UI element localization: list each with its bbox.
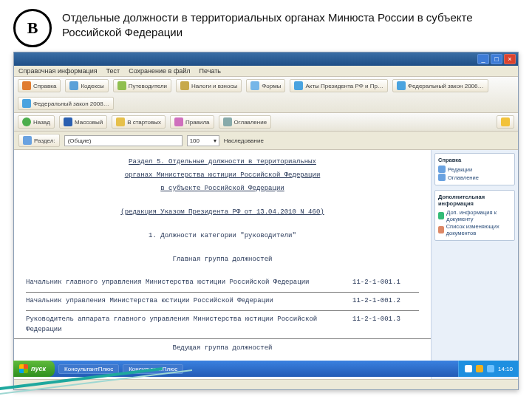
tray-icon[interactable] xyxy=(476,365,483,372)
doc-icon xyxy=(22,99,31,108)
windows-icon xyxy=(19,364,28,373)
doc-row: Начальник управления Министерства юстици… xyxy=(26,296,419,307)
doc-icon xyxy=(294,81,303,90)
doc-row: Руководитель аппарата главного управлени… xyxy=(26,315,419,335)
toc-icon xyxy=(223,117,232,126)
menu-item[interactable]: Печать xyxy=(200,67,221,75)
home-button[interactable]: Раздел: xyxy=(18,134,60,147)
tool-button[interactable]: В стартовых xyxy=(112,115,166,129)
tool-button[interactable]: Массовый xyxy=(59,115,107,129)
toolbar-secondary: Назад Массовый В стартовых Правила Оглав… xyxy=(14,113,518,132)
doc-heading: в субъекте Российской Федерации xyxy=(26,184,419,194)
row-divider xyxy=(26,310,419,311)
doc-heading: органах Министерства юстиции Российской … xyxy=(26,171,419,181)
doc-note: (редакция Указом Президента РФ от 13.04.… xyxy=(26,208,419,218)
codex-icon xyxy=(69,81,78,90)
logo: В xyxy=(13,9,52,47)
doc-group: Главная группа должностей xyxy=(26,255,419,265)
taskbar-item[interactable]: КонсультантПлюс xyxy=(58,364,119,374)
tool-button[interactable]: Правила xyxy=(170,115,214,129)
statusbar xyxy=(14,379,518,389)
tray-icon[interactable] xyxy=(465,365,472,372)
side-link[interactable]: Список изменяющих документов xyxy=(438,223,511,236)
menu-item[interactable]: Сохранение в файл xyxy=(129,67,190,75)
slide-title: Отдельные должности в территориальных ор… xyxy=(62,9,519,41)
list-icon xyxy=(438,226,444,233)
tool-button[interactable]: Путеводители xyxy=(113,79,171,92)
taskbar: пуск КонсультантПлюс КонсультантПлюс 14:… xyxy=(13,361,519,377)
home-icon xyxy=(23,136,32,145)
doc-icon xyxy=(438,166,446,173)
star-icon xyxy=(116,117,125,126)
tool-button[interactable] xyxy=(497,115,514,129)
chevron-down-icon xyxy=(501,117,510,126)
tool-button[interactable]: Оглавление xyxy=(219,115,272,129)
work-area: Раздел 5. Отдельные должности в территор… xyxy=(14,150,518,379)
menu-item[interactable]: Справочная информация xyxy=(18,67,98,75)
back-button[interactable]: Назад xyxy=(18,115,55,129)
side-panel: Справка Редакции Оглавление Дополнительн… xyxy=(431,150,518,379)
arrow-left-icon xyxy=(22,117,31,126)
start-button[interactable]: пуск xyxy=(13,361,55,377)
tool-tab[interactable]: Акты Президента РФ и Пр… xyxy=(290,79,387,92)
zoom-input[interactable]: 100▾ xyxy=(187,135,219,146)
guide-icon xyxy=(117,81,126,90)
tool-tab[interactable]: Федеральный закон 2008… xyxy=(18,97,114,110)
list-icon xyxy=(438,174,446,181)
side-box-title: Дополнительная информация xyxy=(438,194,511,207)
side-box-title: Справка xyxy=(438,157,511,163)
book-icon xyxy=(22,81,31,90)
tool-button[interactable]: Формы xyxy=(246,79,285,92)
close-button[interactable]: × xyxy=(504,54,516,64)
tool-button[interactable]: Кодексы xyxy=(65,79,108,92)
forms-icon xyxy=(250,81,259,90)
address-row: Раздел: (Общие) 100▾ Наследование xyxy=(14,132,518,150)
document-pane[interactable]: Раздел 5. Отдельные должности в территор… xyxy=(14,150,431,379)
word-icon xyxy=(64,117,72,126)
row-divider xyxy=(26,292,419,293)
info-icon xyxy=(438,212,444,219)
titlebar: _ □ × xyxy=(14,52,518,66)
doc-group: Ведущая группа должностей xyxy=(26,344,419,354)
menubar: Справочная информация Тест Сохранение в … xyxy=(14,66,518,77)
forms-icon xyxy=(180,81,189,90)
tool-button[interactable]: Налоги и взносы xyxy=(176,79,242,92)
system-tray: 14:10 xyxy=(458,361,519,377)
side-link[interactable]: Редакции xyxy=(438,166,511,173)
side-link[interactable]: Оглавление xyxy=(438,174,511,181)
toolbar-main: Справка Кодексы Путеводители Налоги и вз… xyxy=(14,77,518,113)
side-box-extra: Дополнительная информация Доп. информаци… xyxy=(434,190,515,241)
chevron-down-icon: ▾ xyxy=(214,137,216,144)
clock[interactable]: 14:10 xyxy=(498,366,513,372)
find-label: Наследование xyxy=(224,137,264,144)
section-input[interactable]: (Общие) xyxy=(64,135,183,146)
doc-icon xyxy=(397,81,406,90)
doc-row: Начальник главного управления Министерст… xyxy=(26,278,419,288)
section-divider xyxy=(14,338,431,339)
tray-icon[interactable] xyxy=(487,365,494,372)
menu-item[interactable]: Тест xyxy=(106,67,120,75)
doc-heading: Раздел 5. Отдельные должности в территор… xyxy=(26,157,419,168)
rules-icon xyxy=(174,117,183,126)
minimize-button[interactable]: _ xyxy=(477,54,489,64)
app-window: _ □ × Справочная информация Тест Сохране… xyxy=(13,52,519,390)
tool-button[interactable]: Справка xyxy=(18,79,61,92)
logo-letter: В xyxy=(27,18,38,38)
maximize-button[interactable]: □ xyxy=(491,54,502,64)
doc-subhead: 1. Должности категории "руководители" xyxy=(26,231,419,242)
side-link[interactable]: Доп. информация к документу xyxy=(438,209,511,222)
slide-header: В Отдельные должности в территориальных … xyxy=(0,0,532,52)
tool-tab[interactable]: Федеральный закон 2006… xyxy=(392,79,488,92)
side-box-info: Справка Редакции Оглавление xyxy=(434,153,515,185)
